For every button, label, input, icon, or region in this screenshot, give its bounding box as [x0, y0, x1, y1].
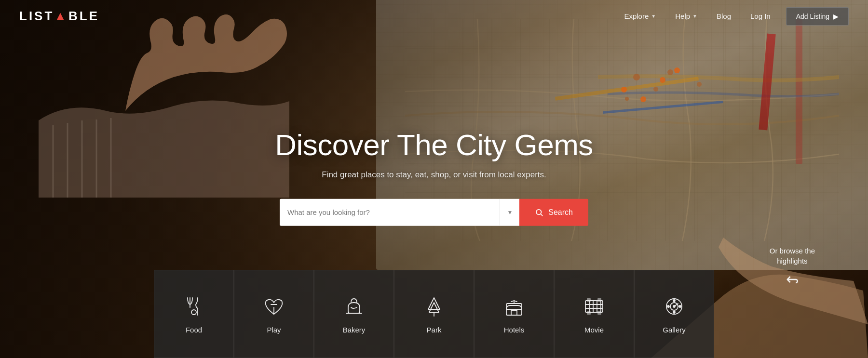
- browse-arrow-icon: ↩: [770, 269, 815, 291]
- category-movie[interactable]: Movie: [554, 270, 634, 358]
- categories-bar: Food Play Bakery: [154, 270, 714, 358]
- navbar: LIST▲BLE Explore ▼ Help ▼ Blog Log In Ad…: [0, 0, 868, 32]
- logo-arrow-icon: ▲: [54, 9, 68, 23]
- svg-rect-39: [511, 310, 517, 315]
- logo[interactable]: LIST▲BLE: [19, 9, 99, 24]
- svg-point-33: [191, 310, 196, 315]
- browse-hint: Or browse the highlights ↩: [770, 246, 815, 291]
- movie-icon: [582, 294, 607, 319]
- svg-line-41: [511, 301, 514, 302]
- search-icon: [535, 208, 543, 217]
- hero-title: Discover The City Gems: [265, 128, 603, 161]
- svg-rect-52: [587, 312, 590, 314]
- svg-rect-53: [598, 312, 601, 314]
- hotels-label: Hotels: [504, 326, 525, 334]
- nav-explore-label: Explore: [624, 12, 649, 20]
- category-play[interactable]: Play: [234, 270, 314, 358]
- svg-point-60: [673, 305, 675, 307]
- svg-point-57: [679, 305, 681, 307]
- hotels-icon: [502, 294, 527, 319]
- browse-hint-line2: highlights: [777, 257, 807, 265]
- category-bakery[interactable]: Bakery: [314, 270, 394, 358]
- logo-suffix: BLE: [68, 9, 99, 23]
- help-chevron-icon: ▼: [692, 13, 697, 19]
- search-input-wrapper: ▼: [280, 199, 519, 226]
- hero-content: Discover The City Gems Find great places…: [265, 128, 603, 225]
- food-icon: [181, 294, 206, 319]
- park-label: Park: [427, 326, 442, 334]
- search-bar: ▼ Search: [280, 199, 588, 226]
- gallery-icon: [662, 294, 687, 319]
- category-gallery[interactable]: Gallery: [634, 270, 714, 358]
- svg-rect-51: [598, 299, 601, 301]
- category-hotels[interactable]: Hotels: [474, 270, 554, 358]
- svg-point-56: [673, 300, 675, 302]
- logo-prefix: LIST: [19, 9, 54, 23]
- logo-text: LIST▲BLE: [19, 9, 99, 24]
- add-listing-arrow-icon: ▶: [833, 13, 839, 20]
- map-dot: [640, 96, 646, 102]
- dropdown-chevron-icon: ▼: [507, 209, 513, 216]
- explore-chevron-icon: ▼: [651, 13, 656, 19]
- svg-line-42: [514, 301, 517, 302]
- play-label: Play: [267, 326, 281, 334]
- map-dot: [674, 67, 680, 73]
- search-button-label: Search: [548, 208, 573, 217]
- map-dot: [621, 87, 627, 93]
- svg-point-59: [667, 305, 669, 307]
- svg-rect-43: [585, 301, 603, 312]
- hand-overlay-left: [39, 14, 289, 198]
- search-button[interactable]: Search: [519, 199, 588, 226]
- gallery-label: Gallery: [663, 326, 686, 334]
- search-dropdown-button[interactable]: ▼: [500, 199, 519, 226]
- nav-login-label: Log In: [750, 12, 771, 20]
- hero-section: LIST▲BLE Explore ▼ Help ▼ Blog Log In Ad…: [0, 0, 868, 358]
- movie-label: Movie: [584, 326, 604, 334]
- play-icon: [261, 294, 286, 319]
- svg-rect-50: [587, 299, 590, 301]
- food-label: Food: [186, 326, 202, 334]
- bakery-icon: [341, 294, 366, 319]
- bakery-label: Bakery: [343, 326, 366, 334]
- add-listing-button[interactable]: Add Listing ▶: [786, 7, 849, 26]
- nav-help-label: Help: [675, 12, 690, 20]
- category-park[interactable]: Park: [394, 270, 474, 358]
- nav-login[interactable]: Log In: [743, 8, 778, 24]
- park-icon: [421, 294, 447, 319]
- nav-links: Explore ▼ Help ▼ Blog Log In Add Listing…: [616, 7, 849, 26]
- nav-explore[interactable]: Explore ▼: [616, 8, 664, 24]
- add-listing-label: Add Listing: [796, 13, 829, 20]
- search-input[interactable]: [280, 199, 500, 226]
- svg-line-32: [541, 214, 542, 215]
- hero-subtitle: Find great places to stay, eat, shop, or…: [265, 170, 603, 180]
- category-food[interactable]: Food: [154, 270, 234, 358]
- browse-hint-line1: Or browse the: [770, 247, 815, 255]
- map-dot: [660, 77, 665, 83]
- nav-help[interactable]: Help ▼: [667, 8, 705, 24]
- svg-point-58: [673, 311, 675, 313]
- nav-blog-label: Blog: [717, 12, 731, 20]
- nav-blog[interactable]: Blog: [709, 8, 739, 24]
